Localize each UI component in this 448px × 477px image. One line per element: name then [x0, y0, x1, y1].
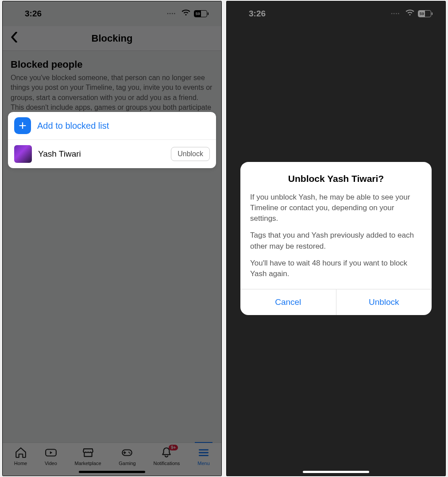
battery-icon: 59 — [418, 10, 431, 17]
dialog-paragraph-1: If you unblock Yash, he may be able to s… — [250, 192, 422, 224]
tab-video[interactable]: Video — [45, 446, 57, 466]
tab-menu[interactable]: Menu — [197, 446, 210, 466]
unblock-button[interactable]: Unblock — [171, 147, 210, 161]
cancel-button[interactable]: Cancel — [240, 289, 336, 315]
tab-marketplace[interactable]: Marketplace — [75, 446, 101, 466]
phone-right: 3:26 •••• 59 Unblock Yash Tiwari? If you… — [226, 1, 446, 476]
add-to-blocked-label: Add to blocked list — [37, 121, 109, 131]
menu-icon — [197, 446, 210, 459]
tab-label: Notifications — [153, 461, 180, 466]
add-to-blocked-row[interactable]: + Add to blocked list — [8, 112, 216, 140]
tab-home[interactable]: Home — [14, 446, 27, 466]
status-bar: 3:26 •••• 59 — [227, 1, 445, 26]
blocked-list-card: + Add to blocked list Yash Tiwari Unbloc… — [8, 112, 216, 168]
gaming-icon — [121, 446, 133, 459]
cellular-dots-icon: •••• — [167, 12, 176, 16]
tab-label: Video — [45, 461, 57, 466]
battery-icon: 59 — [194, 10, 207, 17]
page-title: Blocking — [92, 33, 133, 44]
tab-label: Marketplace — [75, 461, 101, 466]
status-time: 3:26 — [25, 9, 42, 19]
svg-point-2 — [128, 452, 130, 453]
screen-right: 3:26 •••• 59 Unblock Yash Tiwari? If you… — [227, 1, 445, 476]
section-title: Blocked people — [11, 59, 213, 70]
home-indicator[interactable] — [79, 471, 145, 473]
plus-icon: + — [14, 117, 31, 134]
tab-notifications[interactable]: 9+ Notifications — [153, 446, 180, 466]
dialog-paragraph-2: Tags that you and Yash previously added … — [250, 230, 422, 251]
unblock-dialog: Unblock Yash Tiwari? If you unblock Yash… — [240, 162, 432, 315]
blocked-person-row: Yash Tiwari Unblock — [8, 140, 216, 168]
dialog-title: Unblock Yash Tiwari? — [250, 173, 422, 184]
cellular-dots-icon: •••• — [391, 12, 400, 16]
phone-left: 3:26 •••• 59 Blocking Blocked people Onc… — [2, 1, 222, 476]
video-icon — [45, 446, 57, 459]
status-time: 3:26 — [249, 9, 266, 19]
status-bar: 3:26 •••• 59 — [3, 1, 221, 26]
wifi-icon — [406, 9, 414, 19]
nav-header: Blocking — [3, 26, 221, 51]
dialog-body: Unblock Yash Tiwari? If you unblock Yash… — [240, 162, 432, 289]
battery-level: 59 — [418, 11, 425, 17]
status-right: •••• 59 — [391, 9, 431, 19]
wifi-icon — [182, 9, 190, 19]
blocked-person-name: Yash Tiwari — [38, 149, 165, 159]
battery-level: 59 — [194, 11, 201, 17]
status-right: •••• 59 — [167, 9, 207, 19]
unblock-confirm-button[interactable]: Unblock — [336, 289, 432, 315]
dialog-paragraph-3: You'll have to wait 48 hours if you want… — [250, 258, 422, 279]
screen-left: 3:26 •••• 59 Blocking Blocked people Onc… — [3, 1, 221, 476]
tab-gaming[interactable]: Gaming — [119, 446, 136, 466]
tab-label: Gaming — [119, 461, 136, 466]
svg-point-3 — [130, 453, 131, 454]
home-icon — [15, 446, 27, 459]
marketplace-icon — [82, 446, 94, 459]
tab-label: Home — [14, 461, 27, 466]
avatar — [14, 145, 32, 163]
notification-badge: 9+ — [169, 445, 178, 450]
tab-label: Menu — [197, 461, 210, 466]
back-button[interactable] — [11, 31, 18, 46]
home-indicator[interactable] — [303, 471, 369, 473]
dialog-actions: Cancel Unblock — [240, 289, 432, 315]
